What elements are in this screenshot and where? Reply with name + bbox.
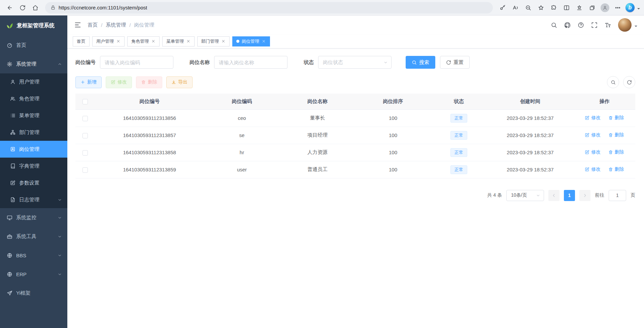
close-icon[interactable] [186,39,191,43]
close-icon[interactable] [221,39,226,43]
user-avatar[interactable] [618,18,632,32]
read-aloud-icon[interactable] [509,2,522,14]
reset-button[interactable]: 重置 [440,56,470,69]
tab-home[interactable]: 首页 [73,36,90,46]
breadcrumb-home[interactable]: 首页 [88,22,98,28]
sidebar-item-user-mgmt[interactable]: 用户管理 [0,73,67,90]
sidebar-item-log-mgmt[interactable]: 日志管理 [0,191,67,208]
select-all-checkbox[interactable] [82,99,88,104]
key-icon[interactable] [496,2,509,14]
goto-page-input[interactable] [609,190,626,201]
avatar-caret-icon[interactable] [635,26,637,28]
row-delete-link[interactable]: 删除 [608,132,624,138]
sidebar-item-erp[interactable]: ERP [0,265,67,284]
breadcrumb-section[interactable]: 系统管理 [106,22,126,28]
font-size-icon[interactable] [605,22,611,28]
breadcrumb-current: 岗位管理 [134,22,154,28]
bing-caret-icon[interactable] [637,8,640,11]
collections-icon[interactable] [586,2,599,14]
page-size-select[interactable]: 10条/页 [506,190,544,201]
cell-post-sort: 100 [355,144,431,161]
row-checkbox[interactable] [82,116,88,121]
active-tab-dot [236,40,239,43]
row-checkbox[interactable] [82,150,88,156]
status-select[interactable]: 岗位状态 [318,56,392,69]
sidebar-item-post-mgmt[interactable]: 岗位管理 [0,141,67,158]
sidebar-item-param-settings[interactable]: 参数设置 [0,174,67,191]
refresh-button[interactable] [16,2,29,14]
search-icon[interactable] [551,22,557,28]
sidebar-item-system[interactable]: 系统管理 [0,55,67,73]
sidebar-item-tools[interactable]: 系统工具 [0,227,67,246]
close-icon[interactable] [151,39,156,43]
sidebar-item-bbs[interactable]: BBS [0,246,67,265]
delete-button[interactable]: 删除 [136,76,162,88]
edit-icon [10,180,15,186]
profile-button[interactable] [599,2,611,14]
browser-home-button[interactable] [29,2,42,14]
favorites-icon[interactable] [535,2,547,14]
sidebar-item-label: 部门管理 [19,129,39,136]
tab-menu-mgmt[interactable]: 菜单管理 [162,36,195,46]
system-submenu: 用户管理 角色管理 菜单管理 部门管理 岗位管理 字典管理 [0,73,67,208]
tab-role-mgmt[interactable]: 角色管理 [127,36,160,46]
sidebar-item-monitor[interactable]: 系统监控 [0,208,67,227]
row-edit-link[interactable]: 修改 [585,166,601,172]
next-page-button[interactable] [579,190,590,201]
sidebar-item-dict-mgmt[interactable]: 字典管理 [0,158,67,174]
favorites-bar-icon[interactable] [573,2,586,14]
post-code-input[interactable] [100,56,173,69]
sidebar-item-yi-framework[interactable]: Yi框架 [0,284,67,302]
chevron-down-icon [58,234,62,239]
sidebar-item-home[interactable]: 首页 [0,36,67,55]
tab-user-mgmt[interactable]: 用户管理 [92,36,125,46]
edit-button[interactable]: 修改 [106,76,132,88]
row-edit-link[interactable]: 修改 [585,149,601,155]
status-label: 状态 [304,59,314,66]
sidebar-item-dept-mgmt[interactable]: 部门管理 [0,124,67,141]
sidebar-item-label: 用户管理 [19,79,39,85]
close-icon[interactable] [116,39,121,43]
row-delete-link[interactable]: 删除 [608,149,624,155]
extensions-icon[interactable] [547,2,560,14]
search-button[interactable]: 搜索 [406,56,435,69]
github-icon[interactable] [564,22,571,28]
row-edit-link[interactable]: 修改 [585,132,601,138]
sidebar-item-menu-mgmt[interactable]: 菜单管理 [0,107,67,124]
sidebar-item-role-mgmt[interactable]: 角色管理 [0,90,67,107]
sidebar-item-label: 首页 [16,42,26,48]
row-delete-link[interactable]: 删除 [608,115,624,121]
zoom-icon[interactable] [522,2,535,14]
split-screen-icon[interactable] [560,2,573,14]
post-name-input[interactable] [214,56,287,69]
sidebar-item-label: 角色管理 [19,96,39,102]
more-icon[interactable] [611,2,624,14]
search-form: 岗位编号 岗位名称 状态 岗位状态 搜索 [75,56,635,69]
table-row: 1641030593112313856 ceo 董事长 100 正常 2023-… [75,109,635,127]
refresh-table-button[interactable] [623,76,635,88]
cell-post-code: hr [204,144,280,161]
collapse-sidebar-button[interactable] [74,21,81,29]
help-icon[interactable] [578,22,584,28]
add-button[interactable]: 新增 [75,76,102,88]
prev-page-button[interactable] [548,190,560,201]
edit-button-label: 修改 [117,79,127,85]
tab-post-mgmt[interactable]: 岗位管理 [232,36,270,46]
back-button[interactable] [3,2,16,14]
close-icon[interactable] [262,39,266,43]
row-checkbox[interactable] [82,167,88,173]
tags-view: 首页 用户管理 角色管理 菜单管理 部门管理 岗位管理 [67,34,644,48]
row-delete-link[interactable]: 删除 [608,166,624,172]
export-button[interactable]: 导出 [166,76,193,88]
toggle-search-button[interactable] [607,76,619,88]
address-bar[interactable]: https://ccnetcore.com:1101/system/post [45,2,493,13]
chevron-down-icon [58,198,62,202]
tab-dept-mgmt[interactable]: 部门管理 [197,36,230,46]
site-info-icon[interactable] [50,5,56,10]
bing-icon[interactable]: b [625,3,635,12]
table-row: 1641030593112313857 se 项目经理 100 正常 2023-… [75,127,635,144]
row-edit-link[interactable]: 修改 [585,115,601,121]
page-number-button[interactable]: 1 [564,190,575,201]
fullscreen-icon[interactable] [591,22,598,28]
row-checkbox[interactable] [82,133,88,138]
